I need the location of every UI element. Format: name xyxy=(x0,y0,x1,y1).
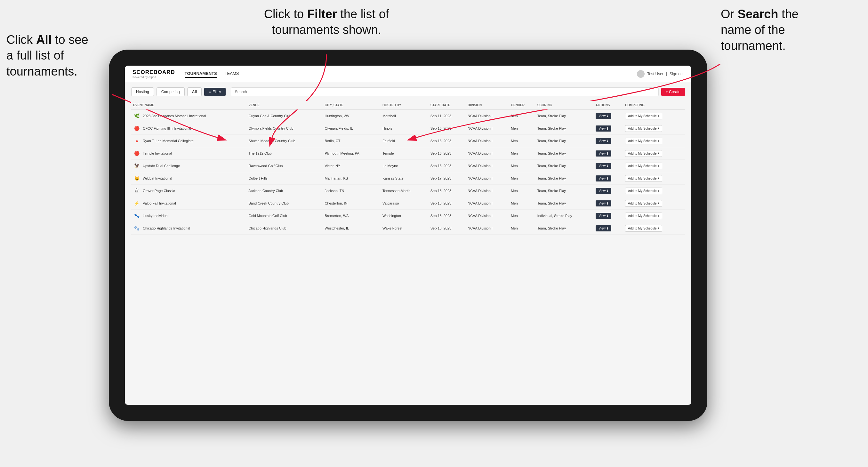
hosted-by-cell: Tennessee-Martin xyxy=(380,185,429,197)
hosted-by-cell: Marshall xyxy=(380,110,429,122)
start-date-cell: Sep 16, 2023 xyxy=(429,135,466,147)
hosted-by-cell: Washington xyxy=(380,210,429,222)
add-schedule-button[interactable]: Add to My Schedule + xyxy=(625,150,662,157)
add-schedule-button[interactable]: Add to My Schedule + xyxy=(625,175,662,182)
annotation-search: Or Search thename of thetournament. xyxy=(721,6,842,54)
event-name: OFCC Fighting Illini Invitational xyxy=(143,126,191,131)
nav-teams[interactable]: TEAMS xyxy=(225,70,239,78)
division-cell: NCAA Division I xyxy=(466,197,509,210)
start-date-cell: Sep 17, 2023 xyxy=(429,172,466,185)
actions-cell: View ℹ xyxy=(594,110,623,122)
search-wrap xyxy=(231,87,659,96)
view-button[interactable]: View ℹ xyxy=(596,138,612,144)
tablet-frame: SCOREBOARD Powered by clippd TOURNAMENTS… xyxy=(109,50,707,421)
info-icon: ℹ xyxy=(607,214,608,218)
hosted-by-cell: Temple xyxy=(380,147,429,160)
scoring-cell: Team, Stroke Play xyxy=(535,172,594,185)
hosted-by-cell: Wake Forest xyxy=(380,222,429,235)
view-button[interactable]: View ℹ xyxy=(596,188,612,194)
venue-cell: The 1912 Club xyxy=(246,147,322,160)
event-name: Temple Invitational xyxy=(143,151,172,156)
competing-cell: Add to My Schedule + xyxy=(623,122,685,135)
start-date-cell: Sep 16, 2023 xyxy=(429,147,466,160)
nav-tournaments[interactable]: TOURNAMENTS xyxy=(185,70,217,78)
info-icon: ℹ xyxy=(607,189,608,193)
division-cell: NCAA Division I xyxy=(466,172,509,185)
hosted-by-cell: Fairfield xyxy=(380,135,429,147)
signout-link[interactable]: Sign out xyxy=(670,72,684,76)
col-venue: VENUE xyxy=(246,101,322,110)
competing-cell: Add to My Schedule + xyxy=(623,172,685,185)
scoring-cell: Team, Stroke Play xyxy=(535,122,594,135)
table-row: ⚡ Valpo Fall Invitational Sand Creek Cou… xyxy=(131,197,685,210)
event-name-cell: 🔴 OFCC Fighting Illini Invitational xyxy=(131,122,246,135)
add-schedule-button[interactable]: Add to My Schedule + xyxy=(625,113,662,119)
team-logo: 🐾 xyxy=(133,212,140,219)
view-button[interactable]: View ℹ xyxy=(596,163,612,169)
view-button[interactable]: View ℹ xyxy=(596,200,612,207)
tab-hosting[interactable]: Hosting xyxy=(131,87,154,96)
nav-right: Test User | Sign out xyxy=(637,70,684,78)
add-schedule-button[interactable]: Add to My Schedule + xyxy=(625,137,662,144)
event-name: Ryan T. Lee Memorial Collegiate xyxy=(143,138,194,143)
add-schedule-button[interactable]: Add to My Schedule + xyxy=(625,163,662,169)
view-button[interactable]: View ℹ xyxy=(596,213,612,219)
add-schedule-button[interactable]: Add to My Schedule + xyxy=(625,213,662,219)
create-button[interactable]: + Create xyxy=(661,88,685,96)
team-logo: 🐱 xyxy=(133,175,140,182)
avatar xyxy=(637,70,645,78)
event-name-cell: 🏛 Grover Page Classic xyxy=(131,185,246,197)
top-nav: SCOREBOARD Powered by clippd TOURNAMENTS… xyxy=(125,66,691,82)
tab-competing[interactable]: Competing xyxy=(156,87,185,96)
event-name-cell: 🐱 Wildcat Invitational xyxy=(131,172,246,185)
event-name: Upstate Dual Challenge xyxy=(143,163,180,168)
venue-cell: Ravenwood Golf Club xyxy=(246,160,322,172)
team-logo: 🔴 xyxy=(133,125,140,132)
city-state-cell: Victor, NY xyxy=(322,160,380,172)
col-competing: COMPETING xyxy=(623,101,685,110)
event-name-cell: 🦅 Upstate Dual Challenge xyxy=(131,160,246,172)
team-logo: 🦅 xyxy=(133,162,140,169)
city-state-cell: Jackson, TN xyxy=(322,185,380,197)
city-state-cell: Westchester, IL xyxy=(322,222,380,235)
view-button[interactable]: View ℹ xyxy=(596,125,612,131)
filter-label: Filter xyxy=(213,90,221,94)
table-row: 🔴 OFCC Fighting Illini Invitational Olym… xyxy=(131,122,685,135)
col-division: DIVISION xyxy=(466,101,509,110)
competing-cell: Add to My Schedule + xyxy=(623,210,685,222)
info-icon: ℹ xyxy=(607,227,608,230)
view-button[interactable]: View ℹ xyxy=(596,225,612,231)
add-schedule-button[interactable]: Add to My Schedule + xyxy=(625,200,662,207)
add-schedule-button[interactable]: Add to My Schedule + xyxy=(625,125,662,132)
table-row: 🦅 Upstate Dual Challenge Ravenwood Golf … xyxy=(131,160,685,172)
venue-cell: Chicago Highlands Club xyxy=(246,222,322,235)
venue-cell: Shuttle Meadow Country Club xyxy=(246,135,322,147)
search-input[interactable] xyxy=(231,87,659,96)
gender-cell: Men xyxy=(509,160,535,172)
tab-all[interactable]: All xyxy=(187,87,202,96)
division-cell: NCAA Division I xyxy=(466,110,509,122)
venue-cell: Guyan Golf & Country Club xyxy=(246,110,322,122)
view-button[interactable]: View ℹ xyxy=(596,113,612,119)
table-row: 🐾 Husky Individual Gold Mountain Golf Cl… xyxy=(131,210,685,222)
view-button[interactable]: View ℹ xyxy=(596,150,612,157)
competing-cell: Add to My Schedule + xyxy=(623,135,685,147)
event-name-cell: 🐾 Chicago Highlands Invitational xyxy=(131,222,246,235)
start-date-cell: Sep 18, 2023 xyxy=(429,222,466,235)
gender-cell: Men xyxy=(509,122,535,135)
actions-cell: View ℹ xyxy=(594,222,623,235)
add-schedule-button[interactable]: Add to My Schedule + xyxy=(625,188,662,194)
filter-button[interactable]: ≡ Filter xyxy=(204,88,226,96)
info-icon: ℹ xyxy=(607,201,608,205)
start-date-cell: Sep 11, 2023 xyxy=(429,110,466,122)
tournaments-table-wrap[interactable]: EVENT NAME VENUE CITY, STATE HOSTED BY S… xyxy=(131,101,685,405)
city-state-cell: Bremerton, WA xyxy=(322,210,380,222)
add-schedule-button[interactable]: Add to My Schedule + xyxy=(625,225,662,232)
event-name: Wildcat Invitational xyxy=(143,176,172,181)
view-button[interactable]: View ℹ xyxy=(596,176,612,182)
scoring-cell: Team, Stroke Play xyxy=(535,147,594,160)
event-name: Chicago Highlands Invitational xyxy=(143,226,190,230)
start-date-cell: Sep 15, 2023 xyxy=(429,122,466,135)
competing-cell: Add to My Schedule + xyxy=(623,160,685,172)
hosted-by-cell: Le Moyne xyxy=(380,160,429,172)
